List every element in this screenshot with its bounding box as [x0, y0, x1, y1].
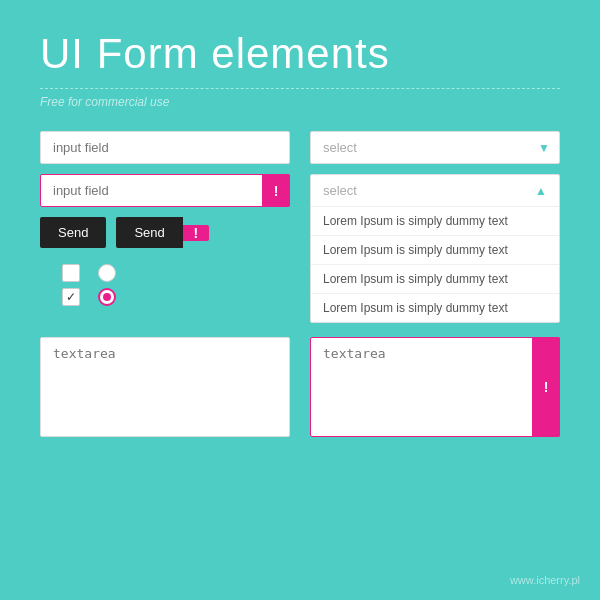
page-title: UI Form elements: [40, 30, 560, 78]
radio-unchecked[interactable]: [98, 264, 116, 282]
footer: www.icherry.pl: [510, 574, 580, 586]
textarea-error-badge: !: [532, 337, 560, 437]
send-button[interactable]: Send: [40, 217, 106, 248]
input-error[interactable]: [40, 174, 290, 207]
chevron-up-icon: ▲: [535, 184, 547, 198]
select-open-label: select: [323, 183, 357, 198]
select-option-1[interactable]: Lorem Ipsum is simply dummy text: [311, 207, 559, 236]
checkmark-icon: ✓: [66, 290, 76, 304]
left-column: ! Send Send ! ✓: [40, 131, 290, 323]
bottom-grid: !: [40, 337, 560, 441]
subtitle: Free for commercial use: [40, 95, 560, 109]
controls-row-1: [62, 264, 290, 282]
input-error-wrapper: !: [40, 174, 290, 207]
controls-row-2: ✓: [62, 288, 290, 306]
select-normal-wrapper: select ▼: [310, 131, 560, 164]
select-open-header[interactable]: select ▲: [311, 175, 559, 207]
buttons-row: Send Send !: [40, 217, 290, 248]
textarea-error-wrapper: !: [310, 337, 560, 437]
footer-url: www.icherry.pl: [510, 574, 580, 586]
select-open-wrapper: select ▲ Lorem Ipsum is simply dummy tex…: [310, 174, 560, 323]
input-error-badge: !: [262, 174, 290, 207]
select-option-4[interactable]: Lorem Ipsum is simply dummy text: [311, 294, 559, 322]
input-normal[interactable]: [40, 131, 290, 164]
main-grid: ! Send Send ! ✓: [40, 131, 560, 323]
radio-checked[interactable]: [98, 288, 116, 306]
right-column: select ▼ select ▲ Lorem Ipsum is simply …: [310, 131, 560, 323]
checkbox-checked[interactable]: ✓: [62, 288, 80, 306]
select-normal[interactable]: select: [310, 131, 560, 164]
divider: [40, 88, 560, 89]
radio-dot: [103, 293, 111, 301]
input-normal-wrapper: [40, 131, 290, 164]
select-option-2[interactable]: Lorem Ipsum is simply dummy text: [311, 236, 559, 265]
send-error-button[interactable]: Send: [116, 217, 182, 248]
send-error-wrapper: Send !: [116, 217, 208, 248]
page-wrapper: UI Form elements Free for commercial use…: [0, 0, 600, 600]
checkbox-unchecked[interactable]: [62, 264, 80, 282]
textarea-error[interactable]: [310, 337, 560, 437]
button-error-badge: !: [183, 225, 209, 241]
select-option-3[interactable]: Lorem Ipsum is simply dummy text: [311, 265, 559, 294]
controls-section: ✓: [62, 264, 290, 306]
textarea-normal[interactable]: [40, 337, 290, 437]
textarea-normal-wrapper: [40, 337, 290, 441]
